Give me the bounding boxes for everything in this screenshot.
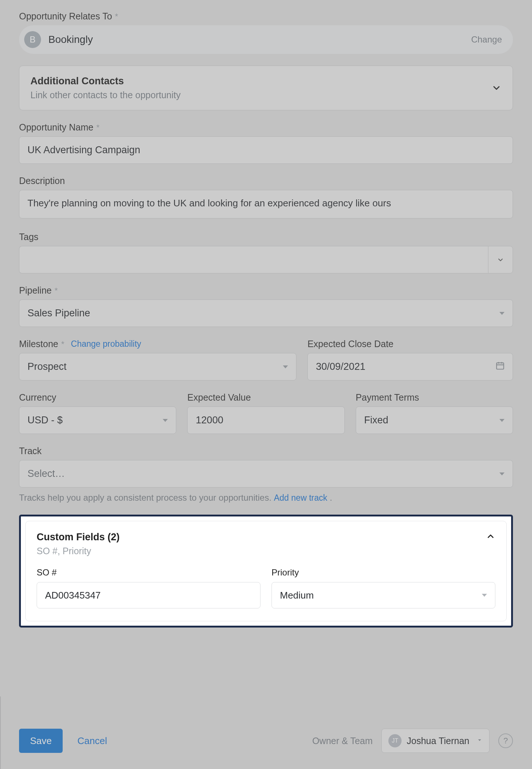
caret-down-icon <box>499 312 505 315</box>
expected-value-input[interactable] <box>187 406 344 434</box>
priority-value: Medium <box>280 590 314 601</box>
custom-fields-card: Custom Fields (2) SO #, Priority SO # Pr… <box>25 521 507 621</box>
owner-avatar: JT <box>388 734 402 747</box>
tags-input[interactable] <box>19 246 488 273</box>
owner-team-label: Owner & Team <box>312 736 373 746</box>
tags-label-text: Tags <box>19 232 38 242</box>
track-label-text: Track <box>19 446 42 456</box>
help-icon[interactable]: ? <box>498 733 513 748</box>
save-button[interactable]: Save <box>19 729 63 753</box>
track-select[interactable]: Select… <box>19 460 513 487</box>
milestone-select[interactable]: Prospect <box>19 353 296 380</box>
expected-close-date-label-text: Expected Close Date <box>307 339 394 349</box>
payment-terms-label-text: Payment Terms <box>356 392 419 403</box>
expected-value-label: Expected Value <box>187 392 344 403</box>
track-help-period: . <box>327 493 332 503</box>
milestone-label: Milestone * Change probability <box>19 339 296 349</box>
entity-avatar: B <box>24 31 41 48</box>
opportunity-name-label: Opportunity Name * <box>19 122 513 133</box>
caret-down-icon <box>283 365 288 368</box>
caret-down-icon <box>163 419 168 422</box>
payment-terms-select[interactable]: Fixed <box>356 406 513 434</box>
required-asterisk: * <box>115 12 118 21</box>
currency-value: USD - $ <box>27 415 63 426</box>
so-number-input[interactable] <box>37 582 261 608</box>
track-placeholder: Select… <box>27 468 65 479</box>
owner-team-select[interactable]: JT Joshua Tiernan <box>381 729 489 753</box>
priority-label: Priority <box>271 567 495 578</box>
add-new-track-link[interactable]: Add new track <box>274 493 327 503</box>
description-label: Description <box>19 176 513 186</box>
track-label: Track <box>19 446 513 456</box>
additional-contacts-subtitle: Link other contacts to the opportunity <box>30 90 181 100</box>
entity-name: Bookingly <box>48 34 93 45</box>
calendar-icon[interactable] <box>495 361 505 373</box>
opportunity-name-input[interactable] <box>19 136 513 164</box>
track-help-text: Tracks help you apply a consistent proce… <box>19 493 513 503</box>
so-number-label: SO # <box>37 567 261 578</box>
caret-down-icon <box>482 594 487 597</box>
additional-contacts-card[interactable]: Additional Contacts Link other contacts … <box>19 66 513 110</box>
required-asterisk: * <box>96 123 100 132</box>
expected-close-date-label: Expected Close Date <box>307 339 513 349</box>
relates-to-label-text: Opportunity Relates To <box>19 11 112 22</box>
owner-name: Joshua Tiernan <box>407 736 469 746</box>
custom-fields-highlight: Custom Fields (2) SO #, Priority SO # Pr… <box>19 515 513 628</box>
pipeline-select[interactable]: Sales Pipeline <box>19 299 513 327</box>
description-textarea[interactable]: They're planning on moving to the UK and… <box>19 190 513 218</box>
custom-fields-title: Custom Fields (2) <box>37 531 120 543</box>
required-asterisk: * <box>61 339 64 349</box>
opportunity-name-label-text: Opportunity Name <box>19 122 93 133</box>
svg-rect-0 <box>496 363 504 369</box>
pipeline-value: Sales Pipeline <box>27 308 90 319</box>
tags-label: Tags <box>19 232 513 242</box>
pipeline-label-text: Pipeline <box>19 285 52 296</box>
chevron-up-icon[interactable] <box>486 531 495 541</box>
payment-terms-label: Payment Terms <box>356 392 513 403</box>
currency-label: Currency <box>19 392 176 403</box>
expected-close-date-input[interactable] <box>307 353 513 380</box>
custom-fields-subtitle: SO #, Priority <box>37 546 120 556</box>
relates-to-label: Opportunity Relates To * <box>19 11 513 22</box>
currency-label-text: Currency <box>19 392 56 403</box>
caret-down-icon <box>499 472 505 475</box>
svg-marker-4 <box>478 739 481 741</box>
chevron-down-icon <box>497 256 504 264</box>
additional-contacts-title: Additional Contacts <box>30 76 181 87</box>
priority-select[interactable]: Medium <box>271 582 495 608</box>
tags-dropdown-button[interactable] <box>488 246 513 273</box>
milestone-label-text: Milestone <box>19 339 58 349</box>
change-link[interactable]: Change <box>471 34 502 45</box>
cancel-button[interactable]: Cancel <box>77 735 107 747</box>
description-label-text: Description <box>19 176 65 186</box>
milestone-value: Prospect <box>27 361 67 372</box>
required-asterisk: * <box>55 286 58 295</box>
payment-terms-value: Fixed <box>364 415 388 426</box>
pipeline-label: Pipeline * <box>19 285 513 296</box>
expected-value-label-text: Expected Value <box>187 392 251 403</box>
chevron-down-icon <box>491 83 502 93</box>
change-probability-link[interactable]: Change probability <box>71 339 141 349</box>
relates-to-pill: B Bookingly Change <box>19 25 513 54</box>
caret-down-icon <box>499 419 505 422</box>
track-help-text-body: Tracks help you apply a consistent proce… <box>19 493 274 503</box>
caret-down-icon <box>477 737 483 744</box>
currency-select[interactable]: USD - $ <box>19 406 176 434</box>
